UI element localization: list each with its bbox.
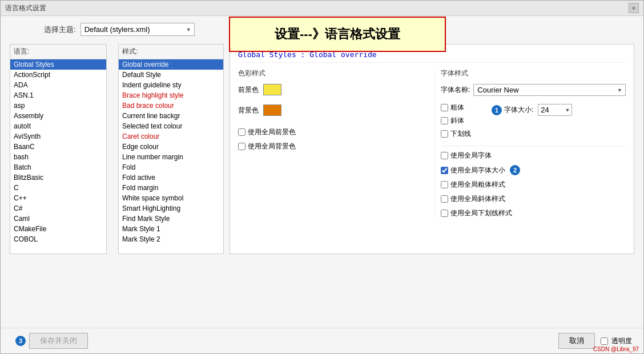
font-section: 字体样式 字体名称: Courier New — [434, 69, 626, 218]
list-item[interactable]: C — [10, 183, 106, 193]
list-item[interactable]: Global Styles — [10, 59, 106, 70]
list-item[interactable]: Indent guideline sty — [119, 80, 223, 90]
underline-option[interactable]: 下划线 — [441, 129, 471, 139]
tooltip-text: 设置---》语言格式设置 — [275, 27, 400, 41]
list-item[interactable]: C++ — [10, 193, 106, 203]
foreground-label: 前景色 — [238, 85, 259, 95]
list-item[interactable]: BlitzBasic — [10, 172, 106, 183]
title-buttons: × — [629, 3, 639, 13]
badge-1: 1 — [492, 105, 502, 115]
right-panel-header: Global Styles : Global override — [238, 50, 626, 63]
list-item[interactable]: AviSynth — [10, 131, 106, 142]
list-item[interactable]: Global override — [119, 59, 223, 70]
list-item[interactable]: Fold — [119, 162, 223, 172]
two-col-layout: 语言: Global Styles ActionScript ADA ASN.1… — [10, 44, 634, 254]
style-list[interactable]: Global override Default Style Indent gui… — [119, 59, 223, 254]
window-title: 语言格式设置 — [5, 3, 46, 13]
use-global-underline-option[interactable]: 使用全局下划线样式 — [441, 208, 626, 218]
foreground-color-swatch[interactable] — [263, 84, 281, 95]
list-item[interactable]: ADA — [10, 80, 106, 90]
list-item[interactable]: Caml — [10, 214, 106, 224]
list-item[interactable]: Current line backgr — [119, 111, 223, 121]
use-global-fg-option[interactable]: 使用全局前景色 — [238, 127, 423, 137]
use-global-fg-checkbox[interactable] — [238, 128, 245, 136]
list-item[interactable]: Find Mark Style — [119, 214, 223, 224]
theme-select[interactable]: Default (stylers.xml) — [80, 23, 195, 36]
list-item[interactable]: Assembly — [10, 111, 106, 121]
cancel-button[interactable]: 取消 — [558, 333, 595, 349]
font-size-wrap: 24 — [538, 104, 572, 116]
list-item[interactable]: autoIt — [10, 121, 106, 131]
list-item[interactable]: Selected text colour — [119, 121, 223, 131]
list-item[interactable]: Bad brace colour — [119, 100, 223, 111]
tooltip-box: 设置---》语言格式设置 — [229, 17, 446, 52]
list-item[interactable]: CMakeFile — [10, 224, 106, 234]
background-color-swatch[interactable] — [263, 104, 281, 116]
use-global-italic-label: 使用全局斜体样式 — [450, 194, 505, 204]
bold-label: 粗体 — [450, 103, 464, 112]
use-global-italic-checkbox[interactable] — [441, 195, 448, 203]
style-panel: 样式: Global override Default Style Indent… — [118, 44, 224, 254]
use-global-bold-checkbox[interactable] — [441, 181, 448, 188]
language-panel: 语言: Global Styles ActionScript ADA ASN.1… — [10, 44, 107, 254]
color-font-row: 色彩样式 前景色 背景色 — [238, 69, 626, 218]
title-bar: 语言格式设置 × — [1, 1, 643, 16]
style-panel-header: 样式: — [119, 45, 223, 59]
list-item[interactable]: Fold margin — [119, 183, 223, 193]
bold-option[interactable]: 粗体 — [441, 103, 471, 112]
use-global-bg-checkbox[interactable] — [238, 143, 245, 150]
italic-checkbox[interactable] — [441, 117, 448, 124]
use-global-size-option[interactable]: 使用全局字体大小 — [441, 166, 505, 175]
use-global-underline-checkbox[interactable] — [441, 210, 448, 217]
list-item[interactable]: ActionScript — [10, 70, 106, 80]
list-item[interactable]: Fold active — [119, 172, 223, 183]
use-global-font-option[interactable]: 使用全局字体 — [441, 151, 626, 160]
color-section: 色彩样式 前景色 背景色 — [238, 69, 434, 218]
use-global-size-checkbox[interactable] — [441, 167, 448, 174]
use-global-underline-label: 使用全局下划线样式 — [450, 208, 512, 218]
list-item[interactable]: Brace highlight style — [119, 90, 223, 100]
main-content: 选择主题: Default (stylers.xml) 语言: Global S… — [1, 16, 643, 261]
list-item[interactable]: Smart HighLighting — [119, 203, 223, 214]
bold-checkbox[interactable] — [441, 104, 448, 111]
global-options-right: 使用全局字体 使用全局字体大小 2 — [441, 146, 626, 218]
background-row: 背景色 — [238, 104, 423, 116]
font-size-select[interactable]: 24 — [538, 104, 572, 116]
italic-option[interactable]: 斜体 — [441, 116, 471, 126]
font-name-row: 字体名称: Courier New — [441, 84, 626, 96]
font-name-select[interactable]: Courier New — [473, 84, 626, 96]
list-item[interactable]: Edge colour — [119, 142, 223, 152]
list-item[interactable]: BaanC — [10, 142, 106, 152]
transparency-checkbox[interactable] — [601, 337, 608, 345]
font-size-label: 字体大小: — [504, 105, 533, 115]
badge-3: 3 — [15, 336, 26, 346]
theme-select-wrap: Default (stylers.xml) — [80, 23, 195, 36]
list-item[interactable]: COBOL — [10, 234, 106, 244]
list-item[interactable]: Mark Style 1 — [119, 224, 223, 234]
list-item[interactable]: Default Style — [119, 70, 223, 80]
list-item[interactable]: White space symbol — [119, 193, 223, 203]
list-item[interactable]: Caret colour — [119, 131, 223, 142]
font-name-wrap: Courier New — [473, 84, 626, 96]
foreground-row: 前景色 — [238, 84, 423, 95]
right-panel: Global Styles : Global override 色彩样式 前景色… — [230, 44, 634, 254]
use-global-font-checkbox[interactable] — [441, 152, 448, 159]
list-item[interactable]: bash — [10, 152, 106, 162]
list-item[interactable]: asp — [10, 100, 106, 111]
list-item[interactable]: Line number margin — [119, 152, 223, 162]
bottom-bar: 3 保存并关闭 取消 透明度 — [1, 328, 643, 353]
list-item[interactable]: C# — [10, 203, 106, 214]
list-item[interactable]: Mark Style 2 — [119, 234, 223, 244]
underline-checkbox[interactable] — [441, 130, 448, 138]
transparency-label: 透明度 — [611, 336, 632, 346]
use-global-italic-option[interactable]: 使用全局斜体样式 — [441, 194, 626, 204]
use-global-bg-label: 使用全局背景色 — [248, 142, 296, 151]
language-list[interactable]: Global Styles ActionScript ADA ASN.1 asp… — [10, 59, 106, 254]
use-global-bold-option[interactable]: 使用全局粗体样式 — [441, 180, 626, 190]
list-item[interactable]: Batch — [10, 162, 106, 172]
save-button[interactable]: 保存并关闭 — [29, 333, 88, 349]
use-global-bg-option[interactable]: 使用全局背景色 — [238, 142, 423, 151]
close-button[interactable]: × — [629, 3, 639, 13]
use-global-bold-label: 使用全局粗体样式 — [450, 180, 505, 190]
list-item[interactable]: ASN.1 — [10, 90, 106, 100]
